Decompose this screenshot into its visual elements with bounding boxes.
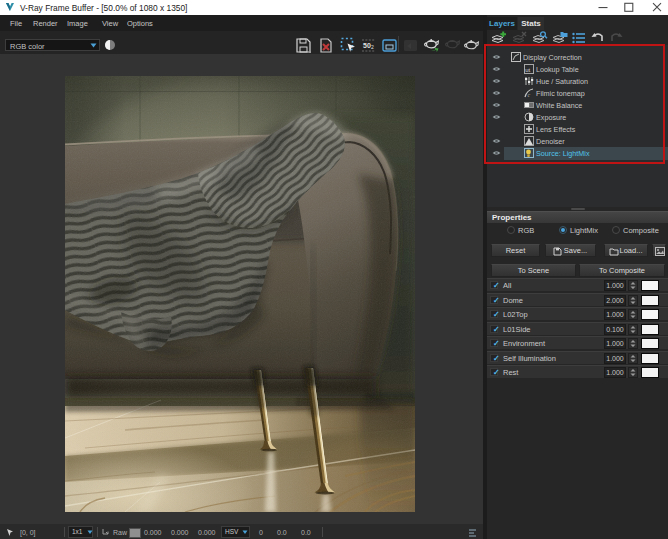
svg-text:2: 2 (371, 44, 374, 50)
svg-text:50: 50 (363, 42, 371, 49)
